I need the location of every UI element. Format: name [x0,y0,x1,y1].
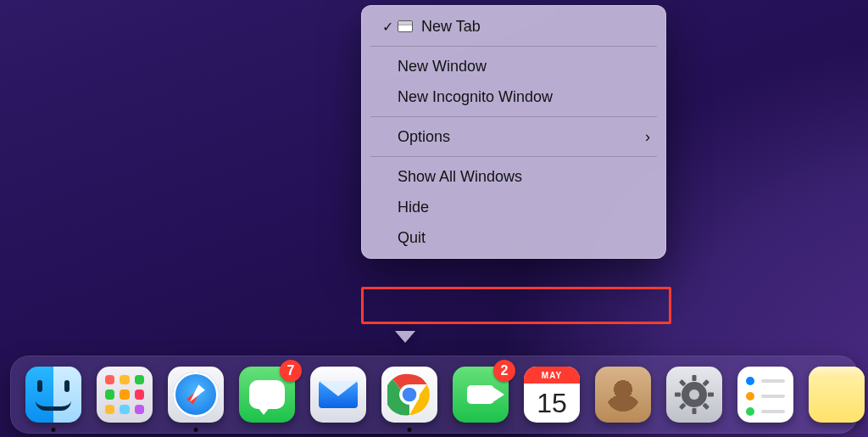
menu-label: Quit [398,229,650,247]
menu-separator [370,156,657,157]
menu-item-new-incognito-window[interactable]: New Incognito Window [367,81,660,112]
dock-safari[interactable] [168,367,224,423]
calendar-icon: MAY 15 [524,367,580,423]
menu-item-options[interactable]: Options › [367,121,660,152]
contacts-icon [595,367,651,423]
mail-icon [310,367,366,423]
menu-label: New Window [398,58,650,76]
menu-label: Options [398,128,645,146]
context-menu-pointer [395,331,415,343]
menu-separator [370,46,657,47]
notification-badge: 2 [493,360,515,382]
menu-item-hide[interactable]: Hide [367,192,660,222]
window-icon [398,20,413,32]
annotation-highlight [361,287,671,324]
menu-item-quit[interactable]: Quit [367,222,660,253]
dock-launchpad[interactable] [97,367,153,423]
dock-system-preferences[interactable] [666,367,722,423]
dock-chrome[interactable] [381,367,437,423]
dock-context-menu: ✓ New Tab New Window New Incognito Windo… [361,5,666,259]
menu-label: Hide [398,199,650,216]
svg-point-5 [689,389,699,400]
notification-badge: 7 [280,360,302,382]
running-indicator [194,428,198,432]
running-indicator [408,428,412,432]
checkmark-icon: ✓ [377,19,398,35]
running-indicator [52,428,56,432]
chevron-right-icon: › [645,128,650,146]
dock-notes[interactable] [809,367,865,423]
reminders-icon [737,367,793,423]
dock-finder[interactable] [25,367,81,423]
calendar-day: 15 [524,384,580,423]
finder-icon [25,367,81,423]
dock-reminders[interactable] [737,367,793,423]
menu-item-new-window[interactable]: New Window [367,51,660,81]
svg-point-2 [403,388,417,402]
dock-mail[interactable] [310,367,366,423]
chrome-icon [381,367,437,423]
menu-separator [370,116,657,117]
menu-label: Show All Windows [398,168,650,186]
dock-contacts[interactable] [595,367,651,423]
desktop-wallpaper: ✓ New Tab New Window New Incognito Windo… [0,0,868,437]
dock-messages[interactable]: 7 [239,367,295,423]
dock: 7 2 MAY 15 [10,356,858,434]
dock-facetime[interactable]: 2 [453,367,509,423]
svg-rect-4 [693,375,697,381]
calendar-month: MAY [524,367,580,384]
menu-label: New Incognito Window [398,88,650,106]
gear-icon [666,367,722,423]
menu-label: New Tab [421,18,650,36]
notes-icon [809,367,865,423]
safari-icon [168,367,224,423]
menu-item-show-all-windows[interactable]: Show All Windows [367,161,660,192]
menu-item-new-tab[interactable]: ✓ New Tab [367,11,660,42]
dock-calendar[interactable]: MAY 15 [524,367,580,423]
launchpad-icon [97,367,153,423]
